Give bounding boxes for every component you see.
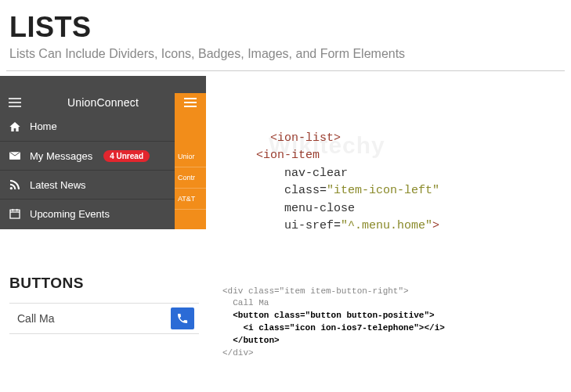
item-label: Call Ma	[17, 312, 54, 325]
sidebar-item-label: My Messages	[30, 150, 92, 162]
code-sample-buttons: <div class="item item-button-right"> Cal…	[199, 286, 445, 361]
unread-badge: 4 Unread	[103, 150, 150, 162]
list-item-example[interactable]: Call Ma	[9, 303, 199, 334]
sidebar-item-news[interactable]: Latest News	[0, 170, 175, 199]
sidebar-item-label: Home	[30, 120, 57, 132]
list-item[interactable]: AT&T	[175, 189, 206, 210]
svg-rect-8	[10, 210, 20, 218]
hamburger-icon[interactable]	[175, 93, 206, 112]
sidebar-item-label: Latest News	[30, 179, 86, 191]
status-bar	[0, 76, 206, 93]
phone-mock: UnionConnect Unior Contr AT&T Home My Me…	[0, 76, 206, 229]
sidebar-item-events[interactable]: Upcoming Events	[0, 199, 175, 228]
lists-heading: LISTS	[0, 0, 571, 44]
calendar-icon	[8, 207, 22, 220]
nav-bar: UnionConnect	[0, 93, 206, 112]
call-button[interactable]	[171, 307, 194, 329]
sidebar-item-messages[interactable]: My Messages 4 Unread	[0, 141, 175, 170]
sidebar-item-home[interactable]: Home	[0, 112, 175, 141]
home-icon	[8, 120, 22, 133]
mail-icon	[8, 149, 22, 162]
svg-point-7	[10, 187, 13, 189]
side-menu: Home My Messages 4 Unread Latest News U	[0, 112, 175, 229]
list-item[interactable]: Contr	[175, 167, 206, 189]
list-item[interactable]: Unior	[175, 146, 206, 167]
lists-subtitle: Lists Can Include Dividers, Icons, Badge…	[0, 44, 571, 70]
sidebar-item-label: Upcoming Events	[30, 208, 110, 220]
code-sample-lists: Wikitechy<ion-list> <ion-item nav-clear …	[206, 76, 439, 236]
menu-icon[interactable]	[0, 98, 30, 107]
telephone-icon	[176, 312, 189, 325]
rss-icon	[8, 178, 22, 191]
right-column: Unior Contr AT&T	[175, 112, 206, 229]
